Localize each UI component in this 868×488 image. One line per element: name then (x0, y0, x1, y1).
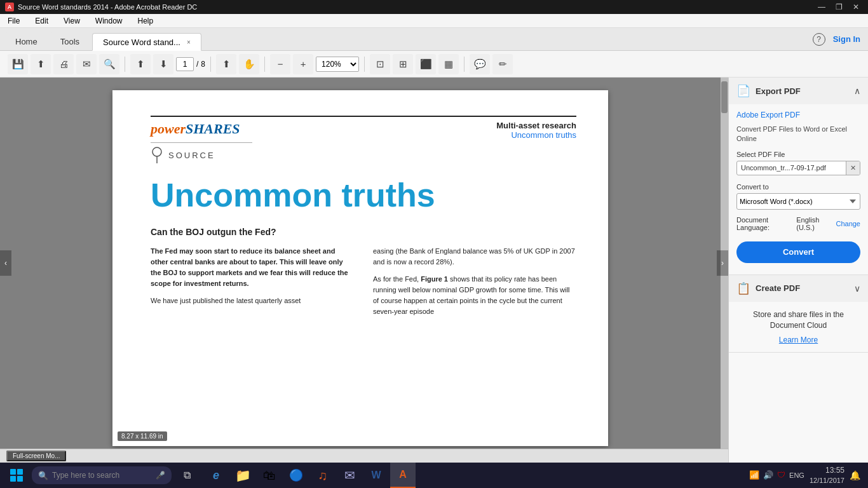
page-down-button[interactable]: ⬇ (153, 54, 173, 74)
learn-more-link[interactable]: Learn More (736, 336, 860, 344)
toolbar-separator-1 (125, 57, 125, 72)
minimize-btn[interactable]: — (814, 3, 829, 11)
fullscreen-btn[interactable]: Full-screen Mo... (6, 451, 66, 461)
doc-lang-change-btn[interactable]: Change (836, 220, 860, 227)
page-number-input[interactable] (176, 57, 194, 71)
sign-in-button[interactable]: Sign In (833, 34, 860, 44)
convert-to-select[interactable]: Microsoft Word (*.docx) Microsoft Excel … (736, 193, 860, 210)
email-button[interactable]: ✉ (76, 54, 97, 74)
export-pdf-title: Export PDF (756, 86, 801, 96)
windows-icon (10, 469, 23, 482)
fit-width-button[interactable]: ⊞ (393, 54, 413, 74)
create-pdf-header[interactable]: 📋 Create PDF ∨ (729, 275, 868, 302)
taskbar-app-mail[interactable]: ✉ (337, 463, 362, 488)
taskbar-task-view[interactable]: ⧉ (174, 463, 200, 488)
acrobat-icon: A (399, 469, 407, 480)
status-bar: Full-screen Mo... (0, 449, 728, 463)
export-pdf-icon: 📄 (736, 84, 750, 98)
tab-document-label: Source Word stand... (103, 37, 180, 47)
taskbar-app-word[interactable]: W (363, 463, 389, 488)
tab-home[interactable]: Home (5, 32, 48, 50)
search-icon: 🔍 (38, 471, 48, 480)
menu-edit[interactable]: Edit (32, 15, 51, 27)
taskbar-search-box[interactable]: 🔍 Type here to search 🎤 (32, 466, 172, 484)
convert-button[interactable]: Convert (736, 241, 860, 263)
file-explorer-icon: 📁 (235, 468, 251, 483)
adobe-export-title: Adobe Export PDF (736, 111, 860, 119)
print-button[interactable]: 🖨 (53, 54, 74, 74)
pdf-section-heading: Can the BOJ outgun the Fed? (151, 227, 576, 237)
pdf-scroll-area[interactable]: powerSHARES SOURCE Multi-as (0, 78, 721, 449)
upload-button[interactable]: ⬆ (31, 54, 51, 74)
save-button[interactable]: 💾 (8, 54, 28, 74)
search-placeholder: Type here to search (52, 471, 119, 480)
search-button[interactable]: 🔍 (99, 54, 119, 74)
page-up-button[interactable]: ⬆ (130, 54, 151, 74)
fit-page-button[interactable]: ⊡ (370, 54, 390, 74)
menu-file[interactable]: File (5, 15, 22, 27)
pdf-viewer: ‹ powerSHARES (0, 78, 728, 463)
page-sep: / (196, 60, 198, 69)
logo-source-text: SOURCE (168, 151, 215, 160)
menu-window[interactable]: Window (93, 15, 125, 27)
taskbar-apps: e 📁 🛍 🔵 ♫ ✉ W A (203, 463, 416, 488)
doc-lang-label: Document Language: (736, 216, 794, 231)
pdf-page: powerSHARES SOURCE Multi-as (112, 90, 608, 446)
create-pdf-body: Store and share files in the Document Cl… (729, 302, 868, 353)
taskbar-app-chrome[interactable]: 🔵 (283, 463, 309, 488)
page-size-badge: 8.27 x 11.69 in (118, 431, 167, 441)
create-pdf-expand-icon[interactable]: ∨ (854, 283, 860, 294)
antivirus-icon: 🛡 (777, 470, 785, 480)
tab-close-btn[interactable]: × (187, 39, 191, 46)
start-button[interactable] (3, 463, 31, 488)
full-screen-button[interactable]: ⬛ (416, 54, 436, 74)
pdf-logo-area: powerSHARES SOURCE (151, 121, 252, 163)
hand-tool-button[interactable]: ✋ (239, 54, 259, 74)
mic-icon: 🎤 (156, 471, 165, 480)
notification-icon[interactable]: 🔔 (850, 470, 860, 480)
file-input-text: Uncommon_tr...7-09-17.pdf (737, 161, 846, 174)
taskbar-right: 📶 🔊 🛡 ENG 13:55 12/11/2017 🔔 (744, 466, 865, 485)
draw-button[interactable]: ✏ (492, 54, 513, 74)
create-pdf-icon: 📋 (736, 281, 750, 295)
toolbar-separator-3 (264, 57, 265, 72)
taskbar-app-music[interactable]: ♫ (310, 463, 336, 488)
pdf-header-right: Multi-asset research Uncommon truths (496, 121, 576, 163)
page-indicator: / 8 (176, 57, 205, 71)
pdf-header-line (151, 116, 576, 117)
maximize-btn[interactable]: ❐ (832, 3, 846, 11)
zoom-in-button[interactable]: + (293, 54, 313, 74)
pdf-body-columns: The Fed may soon start to reduce its bal… (151, 246, 576, 323)
menu-help[interactable]: Help (135, 15, 156, 27)
taskbar-app-store[interactable]: 🛍 (257, 463, 282, 488)
toolbar-separator-5 (464, 57, 465, 72)
convert-to-label: Convert to (736, 183, 860, 191)
close-btn[interactable]: ✕ (849, 3, 863, 11)
mail-icon: ✉ (344, 468, 355, 483)
page-total: 8 (201, 60, 205, 69)
file-input-row: Uncommon_tr...7-09-17.pdf ✕ (736, 161, 860, 175)
scroll-right-arrow[interactable]: › (717, 250, 728, 276)
scrollbar-thumb (721, 81, 728, 113)
cursor-tool-button[interactable]: ⬆ (216, 54, 236, 74)
select-pdf-label: Select PDF File (736, 151, 860, 158)
tab-document[interactable]: Source Word stand... × (92, 33, 201, 51)
toolbar-separator-2 (210, 57, 211, 72)
zoom-select[interactable]: 120% 100% 150% 75% (316, 57, 359, 72)
pdf-col-right: easing (the Bank of England balance was … (373, 246, 576, 323)
file-clear-btn[interactable]: ✕ (846, 161, 860, 175)
tab-tools[interactable]: Tools (50, 32, 90, 50)
zoom-out-button[interactable]: − (270, 54, 290, 74)
taskbar-app-edge[interactable]: e (203, 463, 229, 488)
menu-view[interactable]: View (61, 15, 83, 27)
taskbar-app-explorer[interactable]: 📁 (230, 463, 255, 488)
scroll-left-arrow[interactable]: ‹ (0, 250, 11, 276)
right-panel: 📄 Export PDF ∧ Adobe Export PDF Convert … (728, 78, 868, 463)
pdf-header-subtitle: Uncommon truths (496, 130, 576, 140)
export-pdf-collapse-icon[interactable]: ∧ (854, 86, 860, 96)
form-button[interactable]: ▦ (438, 54, 459, 74)
taskbar-app-acrobat[interactable]: A (390, 463, 416, 488)
comment-button[interactable]: 💬 (470, 54, 490, 74)
help-button[interactable]: ? (813, 33, 825, 46)
export-pdf-header[interactable]: 📄 Export PDF ∧ (729, 78, 868, 104)
